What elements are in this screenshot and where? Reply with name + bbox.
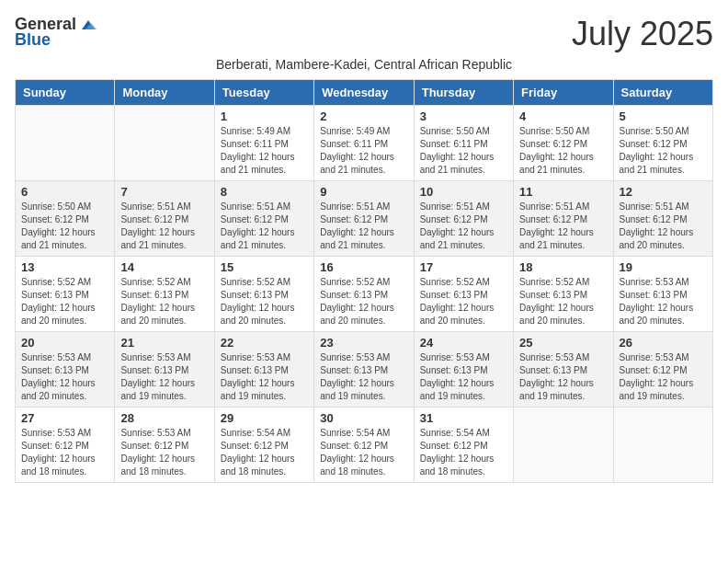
day-info: Sunrise: 5:51 AMSunset: 6:12 PMDaylight:… xyxy=(221,201,308,252)
day-info: Sunrise: 5:54 AMSunset: 6:12 PMDaylight:… xyxy=(420,427,507,478)
header-thursday: Thursday xyxy=(414,80,513,106)
day-number: 31 xyxy=(420,411,507,425)
calendar-week-2: 13Sunrise: 5:52 AMSunset: 6:13 PMDayligh… xyxy=(16,257,713,332)
calendar-week-1: 6Sunrise: 5:50 AMSunset: 6:12 PMDaylight… xyxy=(16,181,713,257)
day-info: Sunrise: 5:52 AMSunset: 6:13 PMDaylight:… xyxy=(21,276,108,327)
day-number: 17 xyxy=(420,260,507,274)
calendar-cell xyxy=(613,408,712,483)
day-number: 6 xyxy=(21,185,108,199)
day-info: Sunrise: 5:54 AMSunset: 6:12 PMDaylight:… xyxy=(221,427,308,478)
calendar-cell: 15Sunrise: 5:52 AMSunset: 6:13 PMDayligh… xyxy=(214,257,313,332)
calendar-cell: 1Sunrise: 5:49 AMSunset: 6:11 PMDaylight… xyxy=(214,106,313,181)
day-info: Sunrise: 5:53 AMSunset: 6:13 PMDaylight:… xyxy=(221,351,308,403)
day-info: Sunrise: 5:53 AMSunset: 6:13 PMDaylight:… xyxy=(620,276,707,327)
day-info: Sunrise: 5:53 AMSunset: 6:13 PMDaylight:… xyxy=(21,351,108,403)
day-number: 23 xyxy=(320,336,407,350)
page-header: General Blue July 2025 xyxy=(15,15,713,53)
calendar-cell: 26Sunrise: 5:53 AMSunset: 6:12 PMDayligh… xyxy=(613,332,712,408)
logo-icon xyxy=(78,17,98,33)
day-number: 16 xyxy=(320,260,407,274)
day-number: 19 xyxy=(620,260,707,274)
day-info: Sunrise: 5:51 AMSunset: 6:12 PMDaylight:… xyxy=(519,201,607,252)
title-section: July 2025 xyxy=(572,15,713,53)
calendar-cell: 17Sunrise: 5:52 AMSunset: 6:13 PMDayligh… xyxy=(414,257,513,332)
day-number: 10 xyxy=(420,185,507,199)
day-info: Sunrise: 5:51 AMSunset: 6:12 PMDaylight:… xyxy=(620,201,707,252)
day-number: 18 xyxy=(519,260,607,274)
day-info: Sunrise: 5:50 AMSunset: 6:12 PMDaylight:… xyxy=(620,125,707,177)
day-number: 7 xyxy=(120,185,208,199)
calendar-cell: 13Sunrise: 5:52 AMSunset: 6:13 PMDayligh… xyxy=(16,257,115,332)
calendar-cell: 27Sunrise: 5:53 AMSunset: 6:12 PMDayligh… xyxy=(16,408,115,483)
calendar-header-row: SundayMondayTuesdayWednesdayThursdayFrid… xyxy=(16,80,713,106)
calendar-week-3: 20Sunrise: 5:53 AMSunset: 6:13 PMDayligh… xyxy=(16,332,713,408)
day-number: 9 xyxy=(320,185,407,199)
calendar-cell: 3Sunrise: 5:50 AMSunset: 6:11 PMDaylight… xyxy=(414,106,513,181)
calendar-cell: 31Sunrise: 5:54 AMSunset: 6:12 PMDayligh… xyxy=(414,408,513,483)
calendar-cell: 21Sunrise: 5:53 AMSunset: 6:13 PMDayligh… xyxy=(115,332,214,408)
calendar-cell: 9Sunrise: 5:51 AMSunset: 6:12 PMDaylight… xyxy=(314,181,414,257)
day-info: Sunrise: 5:52 AMSunset: 6:13 PMDaylight:… xyxy=(519,276,607,327)
day-number: 2 xyxy=(320,109,407,123)
day-number: 13 xyxy=(21,260,108,274)
day-number: 4 xyxy=(519,109,607,123)
day-number: 15 xyxy=(221,260,308,274)
calendar-cell: 25Sunrise: 5:53 AMSunset: 6:13 PMDayligh… xyxy=(514,332,613,408)
calendar-cell: 22Sunrise: 5:53 AMSunset: 6:13 PMDayligh… xyxy=(214,332,313,408)
day-number: 24 xyxy=(420,336,507,350)
calendar-cell: 16Sunrise: 5:52 AMSunset: 6:13 PMDayligh… xyxy=(314,257,414,332)
logo: General Blue xyxy=(15,15,100,50)
calendar-cell: 28Sunrise: 5:53 AMSunset: 6:12 PMDayligh… xyxy=(115,408,214,483)
day-number: 11 xyxy=(519,185,607,199)
day-info: Sunrise: 5:52 AMSunset: 6:13 PMDaylight:… xyxy=(221,276,308,327)
calendar-cell: 2Sunrise: 5:49 AMSunset: 6:11 PMDaylight… xyxy=(314,106,414,181)
day-number: 22 xyxy=(221,336,308,350)
calendar-cell: 11Sunrise: 5:51 AMSunset: 6:12 PMDayligh… xyxy=(514,181,613,257)
calendar-cell: 18Sunrise: 5:52 AMSunset: 6:13 PMDayligh… xyxy=(514,257,613,332)
day-info: Sunrise: 5:53 AMSunset: 6:12 PMDaylight:… xyxy=(21,427,108,478)
calendar-week-0: 1Sunrise: 5:49 AMSunset: 6:11 PMDaylight… xyxy=(16,106,713,181)
day-info: Sunrise: 5:54 AMSunset: 6:12 PMDaylight:… xyxy=(320,427,407,478)
day-number: 29 xyxy=(221,411,308,425)
day-info: Sunrise: 5:53 AMSunset: 6:13 PMDaylight:… xyxy=(120,351,208,403)
day-number: 21 xyxy=(120,336,208,350)
header-saturday: Saturday xyxy=(613,80,712,106)
day-number: 20 xyxy=(21,336,108,350)
calendar-cell: 8Sunrise: 5:51 AMSunset: 6:12 PMDaylight… xyxy=(214,181,313,257)
day-info: Sunrise: 5:53 AMSunset: 6:13 PMDaylight:… xyxy=(519,351,607,403)
header-wednesday: Wednesday xyxy=(314,80,414,106)
calendar-cell: 5Sunrise: 5:50 AMSunset: 6:12 PMDaylight… xyxy=(613,106,712,181)
day-info: Sunrise: 5:50 AMSunset: 6:11 PMDaylight:… xyxy=(420,125,507,177)
calendar-cell: 6Sunrise: 5:50 AMSunset: 6:12 PMDaylight… xyxy=(16,181,115,257)
calendar-cell: 24Sunrise: 5:53 AMSunset: 6:13 PMDayligh… xyxy=(414,332,513,408)
day-info: Sunrise: 5:50 AMSunset: 6:12 PMDaylight:… xyxy=(519,125,607,177)
location: Berberati, Mambere-Kadei, Central Africa… xyxy=(15,57,713,72)
header-monday: Monday xyxy=(115,80,214,106)
calendar-table: SundayMondayTuesdayWednesdayThursdayFrid… xyxy=(15,79,713,483)
calendar-cell: 10Sunrise: 5:51 AMSunset: 6:12 PMDayligh… xyxy=(414,181,513,257)
header-sunday: Sunday xyxy=(16,80,115,106)
day-info: Sunrise: 5:52 AMSunset: 6:13 PMDaylight:… xyxy=(320,276,407,327)
day-info: Sunrise: 5:52 AMSunset: 6:13 PMDaylight:… xyxy=(420,276,507,327)
day-number: 8 xyxy=(221,185,308,199)
day-info: Sunrise: 5:53 AMSunset: 6:13 PMDaylight:… xyxy=(420,351,507,403)
calendar-cell xyxy=(115,106,214,181)
calendar-cell: 4Sunrise: 5:50 AMSunset: 6:12 PMDaylight… xyxy=(514,106,613,181)
day-number: 30 xyxy=(320,411,407,425)
day-number: 26 xyxy=(620,336,707,350)
calendar-cell xyxy=(514,408,613,483)
calendar-cell: 19Sunrise: 5:53 AMSunset: 6:13 PMDayligh… xyxy=(613,257,712,332)
day-info: Sunrise: 5:51 AMSunset: 6:12 PMDaylight:… xyxy=(320,201,407,252)
calendar-cell: 12Sunrise: 5:51 AMSunset: 6:12 PMDayligh… xyxy=(613,181,712,257)
day-info: Sunrise: 5:49 AMSunset: 6:11 PMDaylight:… xyxy=(320,125,407,177)
day-number: 14 xyxy=(120,260,208,274)
day-info: Sunrise: 5:51 AMSunset: 6:12 PMDaylight:… xyxy=(120,201,208,252)
day-number: 5 xyxy=(620,109,707,123)
day-number: 3 xyxy=(420,109,507,123)
calendar-cell: 30Sunrise: 5:54 AMSunset: 6:12 PMDayligh… xyxy=(314,408,414,483)
calendar-week-4: 27Sunrise: 5:53 AMSunset: 6:12 PMDayligh… xyxy=(16,408,713,483)
calendar-cell: 20Sunrise: 5:53 AMSunset: 6:13 PMDayligh… xyxy=(16,332,115,408)
calendar-cell xyxy=(16,106,115,181)
header-tuesday: Tuesday xyxy=(214,80,313,106)
day-number: 27 xyxy=(21,411,108,425)
